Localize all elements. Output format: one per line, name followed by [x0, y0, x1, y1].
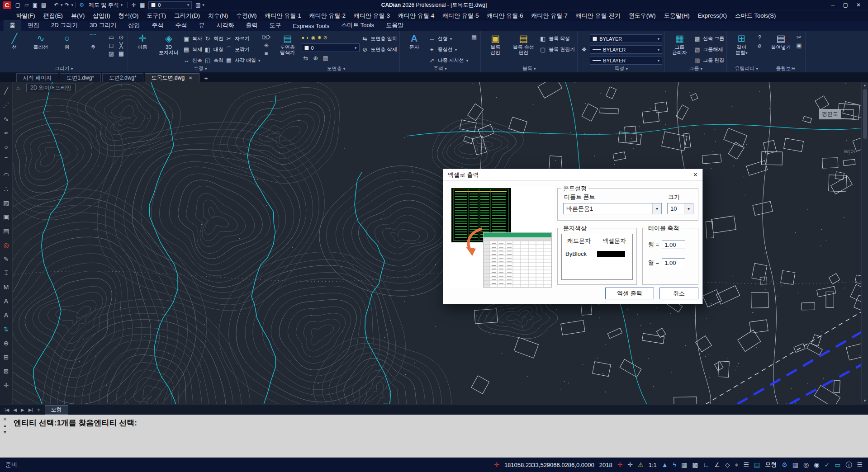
new-tab-button[interactable]: +: [201, 75, 212, 82]
customize-icon[interactable]: ☰: [857, 458, 863, 472]
annotate-panel-expander[interactable]: 주석▾: [402, 65, 479, 72]
open-file-icon[interactable]: ▱: [22, 0, 31, 10]
ribbon-tab[interactable]: 스마트 Tools: [336, 20, 379, 31]
draw-panel-expander[interactable]: 그리기▾: [2, 65, 125, 72]
chevron-down-icon[interactable]: ▾: [652, 203, 661, 214]
block-create-button[interactable]: ◧블록 작성: [539, 34, 575, 43]
color-select[interactable]: BYLAYER▾: [590, 34, 662, 43]
layer-merge-icon[interactable]: ⊕: [312, 55, 320, 61]
menu-item[interactable]: 수정(M): [232, 10, 261, 21]
model-tab[interactable]: 모형: [45, 405, 68, 415]
polar-tracking-icon[interactable]: ∠: [714, 458, 720, 472]
ribbon-tab[interactable]: 홈: [4, 20, 21, 31]
copy-clip-icon[interactable]: ▣: [795, 42, 803, 49]
ungroup-button[interactable]: ▧그룹해제: [693, 45, 724, 54]
ucs-icon[interactable]: ⇅: [4, 322, 9, 336]
menu-item[interactable]: 캐디안 유틸-3: [350, 10, 394, 21]
3d-positioner-button[interactable]: ◈3D 포지셔너: [157, 32, 181, 65]
layer-off-icon[interactable]: ⊘: [323, 35, 327, 41]
erase-icon[interactable]: ⌦: [262, 34, 270, 41]
command-scroll-up-icon[interactable]: ▲: [3, 423, 7, 428]
centerline-button[interactable]: ⌖중심선▾: [428, 45, 469, 54]
line-icon[interactable]: ╱: [4, 84, 8, 98]
layer-states-icon[interactable]: ▦: [138, 0, 147, 10]
block-insert-button[interactable]: ▣블록 삽입: [483, 32, 508, 65]
circle-icon[interactable]: ○: [4, 140, 8, 154]
snap-icon[interactable]: ▩: [692, 458, 698, 472]
qat-customize-icon[interactable]: ▾: [202, 3, 204, 7]
utilities-panel-expander[interactable]: 유틸리티▾: [729, 65, 764, 72]
zoom-extents-icon[interactable]: ⊠: [4, 364, 9, 378]
ribbon-tab[interactable]: Express Tools: [287, 22, 335, 31]
text-icon[interactable]: A: [4, 294, 8, 308]
previous-layout-button[interactable]: ◀: [13, 407, 17, 412]
menu-item[interactable]: 치수(N): [204, 10, 232, 21]
clean-screen-icon[interactable]: ▭: [835, 458, 840, 472]
font-size-select[interactable]: 10 ▾: [667, 203, 693, 214]
spline-icon[interactable]: ≈: [5, 126, 8, 140]
copy-button[interactable]: ▣복사: [183, 34, 202, 43]
hatch-icon[interactable]: ▨: [107, 50, 115, 57]
quick-measure-icon[interactable]: ϟ: [673, 458, 676, 472]
scroll-up-icon[interactable]: ▲: [863, 83, 867, 87]
block-panel-expander[interactable]: 블록▾: [483, 65, 575, 72]
layer-match-button[interactable]: ⇆도면층 일치: [361, 34, 397, 43]
scrollbar-thumb[interactable]: [863, 89, 867, 139]
first-layout-button[interactable]: |◀: [5, 407, 9, 412]
sketch-icon[interactable]: ✎: [4, 252, 9, 266]
block-editor-button[interactable]: ▢블록 편집기: [539, 45, 575, 54]
quick-calc-icon[interactable]: ?: [755, 34, 764, 41]
ribbon-tab[interactable]: 3D 그리기: [84, 20, 122, 31]
interface-lock-icon[interactable]: ◉: [814, 458, 819, 472]
tab-current-drawing[interactable]: 토목도면.dwg✕: [145, 73, 199, 82]
linear-dimension-button[interactable]: ↔선형▾: [428, 34, 469, 43]
modify-panel-expander[interactable]: 수정▾: [130, 65, 270, 72]
hardware-accel-icon[interactable]: ✓: [824, 458, 830, 472]
menu-item[interactable]: 도구(T): [142, 10, 170, 21]
circle-button[interactable]: ○원: [55, 32, 79, 65]
point-icon[interactable]: ⊙: [117, 34, 125, 41]
annotation-monitor-icon[interactable]: ▦: [792, 458, 798, 472]
id-point-icon[interactable]: ⌀: [755, 42, 764, 49]
group-manager-button[interactable]: ▦그룹 관리자: [667, 32, 692, 65]
menu-item[interactable]: 삽입(I): [89, 10, 114, 21]
donut-icon[interactable]: ◎: [3, 238, 9, 252]
menu-item[interactable]: 윈도우(W): [625, 10, 660, 21]
column-scale-input[interactable]: [662, 258, 685, 267]
workspace-select[interactable]: 제도 및 주석 ▾: [86, 1, 125, 9]
xline-icon[interactable]: ╳: [117, 42, 125, 49]
layer-delete-button[interactable]: ⊘도면층 삭제: [361, 45, 397, 54]
home-icon[interactable]: ⌂: [16, 85, 20, 91]
redo-icon[interactable]: ↷: [63, 0, 71, 10]
layer-select[interactable]: 0 ▾: [302, 43, 360, 52]
command-window[interactable]: ✕ ▲ ▼ 엔티티 선택:1개를 찾음엔티티 선택:: [0, 415, 868, 458]
rectangle-icon[interactable]: ▭: [107, 34, 115, 41]
dialog-title-bar[interactable]: 엑셀로 출력 ✕: [443, 169, 702, 181]
explode-icon[interactable]: ✳: [262, 42, 270, 49]
revision-cloud-icon[interactable]: ◠: [3, 168, 9, 182]
command-scroll-down-icon[interactable]: ▼: [3, 430, 7, 434]
polyline-icon[interactable]: ∿: [4, 112, 9, 126]
arc-icon[interactable]: ⌒: [3, 154, 9, 168]
layer-walk-icon[interactable]: ▦: [322, 55, 330, 61]
color-mapping-list[interactable]: 캐드문자 엑셀문자 ByBlock: [561, 234, 633, 280]
ribbon-tab[interactable]: 주석: [146, 20, 169, 31]
quick-print-icon[interactable]: ▤: [754, 458, 760, 472]
annotation-warning-icon[interactable]: ⚠: [638, 458, 644, 472]
ortho-icon[interactable]: ∟: [703, 458, 709, 472]
last-layout-button[interactable]: ▶|: [28, 407, 33, 412]
ribbon-tab[interactable]: 시각화: [211, 20, 239, 31]
vertical-scrollbar[interactable]: ▲ ▼: [861, 82, 868, 404]
lineweight-icon[interactable]: ☰: [743, 458, 749, 472]
menu-item[interactable]: 그리기(D): [170, 10, 204, 21]
annotation-scale-icon[interactable]: ▲: [662, 458, 668, 472]
offset-icon[interactable]: ≡: [262, 50, 270, 57]
ribbon-tab[interactable]: 출력: [240, 20, 263, 31]
ribbon-tab[interactable]: 2D 그리기: [46, 20, 83, 31]
hatch-icon[interactable]: ▨: [3, 196, 9, 210]
layer-explorer-button[interactable]: ▤도면층 탐색기: [275, 32, 300, 65]
layer-previous-icon[interactable]: ⇆: [302, 55, 310, 61]
tab-start-page[interactable]: 시작 페이지: [16, 73, 58, 82]
text-button[interactable]: A문자: [402, 32, 427, 65]
paste-button[interactable]: ▤붙여넣기: [768, 32, 793, 65]
